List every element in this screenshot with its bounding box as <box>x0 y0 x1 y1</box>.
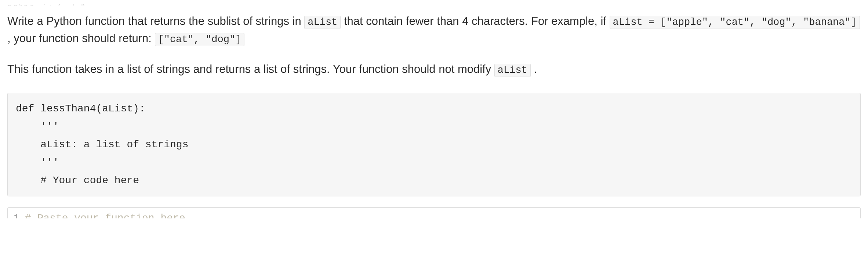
editor-line-number: 1 <box>13 211 25 218</box>
text-segment: This function takes in a list of strings… <box>7 63 494 75</box>
code-editor[interactable]: 1# Paste your function here <box>7 207 861 218</box>
inline-code-alist: aList <box>304 16 341 29</box>
text-segment: , your function should return: <box>7 32 155 45</box>
text-segment: Write a Python function that returns the… <box>7 15 304 27</box>
function-stub-code-block: def lessThan4(aList): ''' aList: a list … <box>7 93 861 196</box>
problem-description-2: This function takes in a list of strings… <box>7 61 861 78</box>
text-segment: . <box>531 63 537 75</box>
points-header: 0.0/10.0 points (graded) <box>7 2 861 5</box>
inline-code-example-output: ["cat", "dog"] <box>155 33 245 46</box>
text-segment: that contain fewer than 4 characters. Fo… <box>341 15 609 27</box>
inline-code-example-input: aList = ["apple", "cat", "dog", "banana"… <box>610 16 860 29</box>
editor-comment-text: # Paste your function here <box>25 213 185 218</box>
problem-description-1: Write a Python function that returns the… <box>7 13 861 47</box>
inline-code-alist-2: aList <box>494 64 531 77</box>
